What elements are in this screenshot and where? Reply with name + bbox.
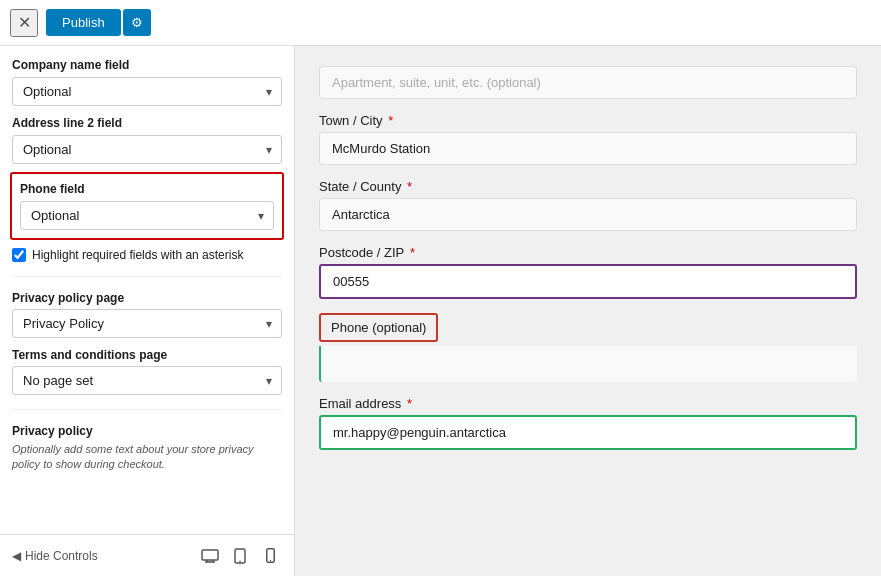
- terms-conditions-select-wrapper: No page set Terms and Conditions: [12, 366, 282, 395]
- svg-rect-0: [202, 550, 218, 560]
- phone-field-group: Phone field Optional Required Hidden: [10, 172, 284, 240]
- top-bar: ✕ Publish ⚙: [0, 0, 881, 46]
- company-name-field-group: Company name field Optional Required Hid…: [12, 58, 282, 106]
- phone-input[interactable]: [321, 346, 857, 377]
- phone-form-field-group: Phone (optional): [319, 313, 857, 382]
- privacy-policy-note: Optionally add some text about your stor…: [12, 442, 282, 473]
- highlight-required-label: Highlight required fields with an asteri…: [32, 248, 243, 262]
- privacy-policy-select-wrapper: Privacy Policy No page set: [12, 309, 282, 338]
- phone-label-box: Phone (optional): [319, 313, 438, 342]
- privacy-policy-select[interactable]: Privacy Policy No page set: [12, 309, 282, 338]
- privacy-policy-text-label: Privacy policy: [12, 424, 282, 438]
- apt-field-group: [319, 66, 857, 99]
- address-line2-select[interactable]: Optional Required Hidden: [12, 135, 282, 164]
- privacy-policy-page-label: Privacy policy page: [12, 291, 282, 305]
- terms-conditions-select[interactable]: No page set Terms and Conditions: [12, 366, 282, 395]
- postcode-zip-input[interactable]: [319, 264, 857, 299]
- email-field-group: Email address *: [319, 396, 857, 450]
- company-name-select[interactable]: Optional Required Hidden: [12, 77, 282, 106]
- town-city-input[interactable]: [319, 132, 857, 165]
- hide-controls-button[interactable]: ◀ Hide Controls: [12, 549, 98, 563]
- company-name-label: Company name field: [12, 58, 282, 72]
- phone-field-select-wrapper: Optional Required Hidden: [20, 201, 274, 230]
- svg-point-5: [239, 560, 241, 562]
- privacy-policy-text-section: Privacy policy Optionally add some text …: [12, 424, 282, 473]
- bottom-bar: ◀ Hide Controls: [0, 534, 294, 576]
- settings-button[interactable]: ⚙: [123, 9, 151, 36]
- town-city-required: *: [385, 113, 394, 128]
- address-line2-label: Address line 2 field: [12, 116, 282, 130]
- email-label: Email address *: [319, 396, 857, 411]
- right-panel: Town / City * State / County * Postcode …: [295, 46, 881, 576]
- email-input[interactable]: [319, 415, 857, 450]
- main-layout: Company name field Optional Required Hid…: [0, 46, 881, 576]
- publish-button[interactable]: Publish: [46, 9, 121, 36]
- svg-point-7: [269, 560, 270, 561]
- address-line2-field-group: Address line 2 field Optional Required H…: [12, 116, 282, 164]
- tablet-icon[interactable]: [228, 544, 252, 568]
- apt-input[interactable]: [319, 66, 857, 99]
- terms-conditions-label: Terms and conditions page: [12, 348, 282, 362]
- divider-1: [12, 276, 282, 277]
- address-line2-select-wrapper: Optional Required Hidden: [12, 135, 282, 164]
- postcode-zip-required: *: [406, 245, 415, 260]
- phone-field-select[interactable]: Optional Required Hidden: [20, 201, 274, 230]
- terms-conditions-section: Terms and conditions page No page set Te…: [12, 348, 282, 395]
- town-city-label: Town / City *: [319, 113, 857, 128]
- mobile-icon[interactable]: [258, 544, 282, 568]
- postcode-zip-field-group: Postcode / ZIP *: [319, 245, 857, 299]
- close-button[interactable]: ✕: [10, 9, 38, 37]
- state-county-field-group: State / County *: [319, 179, 857, 231]
- desktop-icon[interactable]: [198, 544, 222, 568]
- phone-label-text: Phone (optional): [321, 315, 436, 340]
- phone-input-area: [319, 346, 857, 382]
- left-panel: Company name field Optional Required Hid…: [0, 46, 295, 576]
- state-county-required: *: [403, 179, 412, 194]
- town-city-field-group: Town / City *: [319, 113, 857, 165]
- email-required: *: [403, 396, 412, 411]
- company-name-select-wrapper: Optional Required Hidden: [12, 77, 282, 106]
- highlight-required-checkbox[interactable]: [12, 248, 26, 262]
- divider-2: [12, 409, 282, 410]
- privacy-policy-page-section: Privacy policy page Privacy Policy No pa…: [12, 291, 282, 338]
- state-county-label: State / County *: [319, 179, 857, 194]
- arrow-left-icon: ◀: [12, 549, 21, 563]
- postcode-zip-label: Postcode / ZIP *: [319, 245, 857, 260]
- hide-controls-label: Hide Controls: [25, 549, 98, 563]
- state-county-input[interactable]: [319, 198, 857, 231]
- required-fields-checkbox-row: Highlight required fields with an asteri…: [12, 248, 282, 262]
- phone-field-label: Phone field: [20, 182, 274, 196]
